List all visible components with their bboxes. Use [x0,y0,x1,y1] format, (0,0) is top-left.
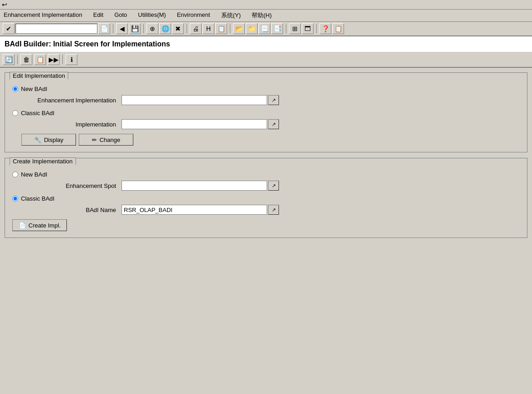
page-title: BAdI Builder: Initial Screen for Impleme… [0,36,532,52]
toolbar-copy4-btn[interactable]: 📑 [271,23,283,34]
menu-environment[interactable]: Environment [175,10,212,20]
edit-enhancement-implementation-row: Enhancement Implementation ↗ [21,95,520,105]
create-enhancement-spot-row: Enhancement Spot ↗ [21,181,520,191]
edit-enhancement-implementation-input[interactable] [122,95,267,105]
sec-delete-btn[interactable]: 🗑 [20,54,32,65]
toolbar-separator-2 [143,24,144,33]
edit-classic-badi-row: Classic BAdI [12,110,520,116]
secondary-toolbar: 🔄 🗑 📋 ▶▶ ℹ [0,52,532,68]
toolbar-window-btn[interactable]: 🗖 [302,23,314,34]
menu-system[interactable]: 系统(Y) [219,10,243,20]
sec-create-btn[interactable]: 🔄 [3,54,15,65]
edit-new-badi-radio[interactable] [12,86,18,92]
toolbar-separator-1 [113,24,113,33]
create-implementation-section: Create Implementation New BAdI Enhanceme… [5,158,527,238]
menu-bar: Enhancement Implementation Edit Goto Uti… [0,10,532,22]
change-button[interactable]: ✏ Change [79,134,133,146]
main-content: Edit Implementation New BAdI Enhancement… [0,68,532,248]
edit-implementation-content: New BAdI Enhancement Implementation ↗ Cl… [5,76,527,152]
edit-enhancement-implementation-label: Enhancement Implementation [21,97,122,104]
create-new-badi-radio[interactable] [12,172,18,177]
create-enhancement-spot-input[interactable] [122,181,267,191]
toolbar-print-btn[interactable]: 🖨 [190,23,202,34]
title-bar: ↩ [0,0,532,10]
edit-implementation-section: Edit Implementation New BAdI Enhancement… [5,72,527,152]
change-icon: ✏ [92,136,97,143]
toolbar-grid-btn[interactable]: ⊞ [289,23,301,34]
toolbar-refresh-btn[interactable]: ⊕ [147,23,158,34]
create-implementation-content: New BAdI Enhancement Spot ↗ Classic BAdI… [5,162,527,237]
edit-classic-badi-label[interactable]: Classic BAdI [21,110,55,116]
create-impl-icon: 📄 [19,222,26,229]
edit-implementation-browse-btn[interactable]: ↗ [268,119,279,129]
change-label: Change [100,136,121,143]
menu-utilities[interactable]: Utilities(M) [136,10,167,20]
toolbar-separator-3 [187,24,187,33]
menu-goto[interactable]: Goto [112,10,129,20]
create-implementation-tab: Create Implementation [10,157,76,165]
display-label: Display [44,136,64,143]
edit-action-buttons: 🔧 Display ✏ Change [21,134,520,146]
edit-implementation-tab: Edit Implementation [10,72,68,80]
edit-enhancement-implementation-browse-btn[interactable]: ↗ [268,95,279,105]
display-icon: 🔧 [34,136,41,143]
display-button[interactable]: 🔧 Display [21,134,76,146]
toolbar-separator-5 [286,24,286,33]
checkmark-button[interactable]: ✔ [3,23,15,34]
menu-edit[interactable]: Edit [91,10,105,20]
create-impl-button[interactable]: 📄 Create Impl. [12,219,67,231]
menu-enhancement-implementation[interactable]: Enhancement Implementation [2,10,84,20]
create-impl-label: Create Impl. [29,222,61,229]
sec-copy-btn[interactable]: 📋 [34,54,46,65]
toolbar-back-btn[interactable]: ◀ [116,23,128,34]
create-badi-name-browse-btn[interactable]: ↗ [268,205,279,215]
edit-implementation-row: Implementation ↗ [21,119,520,129]
toolbar-document-icon[interactable]: 📄 [98,23,110,34]
edit-implementation-label: Implementation [21,121,122,128]
toolbar-input[interactable] [15,24,97,34]
create-badi-name-label: BAdI Name [21,207,122,213]
toolbar: ✔ 📄 ◀ 💾 ⊕ 🌐 ✖ 🖨 H 📋 📂 📁 📃 📑 ⊞ 🗖 ❓ 📋 [0,22,532,36]
edit-implementation-input[interactable] [122,119,267,129]
toolbar-save-btn[interactable]: 💾 [129,23,141,34]
sec-separator-2 [62,55,63,64]
back-icon[interactable]: ↩ [2,1,7,8]
toolbar-separator-6 [316,24,317,33]
menu-help[interactable]: 帮助(H) [250,10,274,20]
create-badi-name-row: BAdI Name ↗ [21,205,520,215]
edit-new-badi-label[interactable]: New BAdI [21,86,47,92]
toolbar-doc3-btn[interactable]: 📋 [332,23,344,34]
create-badi-name-input[interactable] [122,205,267,215]
create-classic-badi-radio[interactable] [12,196,18,202]
create-new-badi-row: New BAdI [12,171,520,178]
toolbar-copy2-btn[interactable]: 📁 [246,23,258,34]
create-enhancement-spot-label: Enhancement Spot [21,182,122,189]
create-enhancement-spot-browse-btn[interactable]: ↗ [268,181,279,191]
toolbar-globe-btn[interactable]: 🌐 [159,23,171,34]
edit-classic-badi-radio[interactable] [12,110,18,116]
create-classic-badi-label[interactable]: Classic BAdI [21,195,55,202]
create-new-badi-label[interactable]: New BAdI [21,171,47,178]
toolbar-help-btn[interactable]: ❓ [319,23,331,34]
toolbar-copy1-btn[interactable]: 📂 [233,23,245,34]
toolbar-doc2-btn[interactable]: 📋 [215,23,227,34]
toolbar-h1-btn[interactable]: H [203,23,214,34]
toolbar-stop-btn[interactable]: ✖ [172,23,184,34]
sec-info-btn[interactable]: ℹ [66,54,77,65]
toolbar-separator-4 [230,24,230,33]
sec-separator-1 [17,55,18,64]
toolbar-copy3-btn[interactable]: 📃 [258,23,270,34]
sec-forward-btn[interactable]: ▶▶ [48,54,60,65]
create-classic-badi-row: Classic BAdI [12,195,520,202]
edit-new-badi-row: New BAdI [12,86,520,92]
